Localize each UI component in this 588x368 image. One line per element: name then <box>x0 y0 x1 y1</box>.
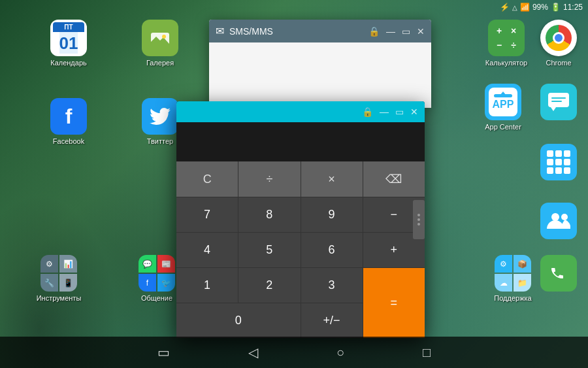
chrome-label: Chrome <box>546 59 571 67</box>
nav-back-btn[interactable]: ◁ <box>248 344 258 360</box>
social-app-icon[interactable]: 💬 📰 f 🐦 Общение <box>131 255 183 302</box>
nav-home-btn[interactable]: ○ <box>336 345 344 360</box>
appcenter-label: App Center <box>485 123 521 131</box>
calc-btn-5[interactable]: 5 <box>238 233 300 267</box>
calc-maximize-btn[interactable]: ▭ <box>395 107 404 117</box>
contacts-app-icon[interactable] <box>536 203 581 239</box>
calc-btn-8[interactable]: 8 <box>238 197 300 232</box>
calculator-window: 🔒 — ▭ ✕ C ÷ × ⌫ 7 8 9 − 4 5 6 + 1 2 3 = … <box>176 101 425 338</box>
sms-icon: ✉ <box>216 25 224 37</box>
sms-title: SMS/MMS <box>229 26 363 37</box>
svg-point-2 <box>162 35 166 39</box>
calc-btn-0[interactable]: 0 <box>176 303 301 338</box>
calc-minimize-btn[interactable]: — <box>380 107 389 117</box>
svg-point-8 <box>561 214 568 220</box>
sms-lock-btn[interactable]: 🔒 <box>368 26 380 37</box>
sms-body <box>209 42 431 108</box>
calc-btn-backspace[interactable]: ⌫ <box>363 161 425 197</box>
calc-btn-plusminus[interactable]: +/− <box>301 303 363 338</box>
sms-minimize-btn[interactable]: — <box>386 26 395 37</box>
facebook-label: Facebook <box>53 137 84 145</box>
twitter-label: Твиттер <box>147 137 173 145</box>
bluetooth-icon: ⚡ <box>500 3 510 12</box>
gallery-app-icon[interactable]: Галерея <box>137 20 183 67</box>
scroll-indicator <box>413 200 425 239</box>
calendar-label: Календарь <box>50 59 87 67</box>
svg-rect-6 <box>551 101 562 102</box>
facebook-app-icon[interactable]: f Facebook <box>46 98 91 145</box>
calc-display <box>176 122 425 161</box>
calculator-label: Калькулятор <box>485 59 527 67</box>
battery-icon: 🔋 <box>551 3 561 12</box>
signal-strength: 📶 <box>520 3 530 12</box>
chrome-app-icon[interactable]: Chrome <box>536 20 581 67</box>
svg-marker-4 <box>551 107 556 111</box>
calc-titlebar: 🔒 — ▭ ✕ <box>176 101 425 122</box>
tools-label: Инструменты <box>37 294 82 302</box>
calc-btn-4[interactable]: 4 <box>176 233 238 267</box>
svg-point-7 <box>551 213 559 221</box>
time: 11:25 <box>563 3 583 12</box>
calc-buttons: C ÷ × ⌫ 7 8 9 − 4 5 6 + 1 2 3 = 0 +/− <box>176 161 425 338</box>
support-label: Поддержка <box>494 294 531 302</box>
calculator-app-icon[interactable]: + × − ÷ Калькулятор <box>483 20 529 67</box>
apps-grid-icon[interactable] <box>536 144 581 180</box>
calc-close-btn[interactable]: ✕ <box>410 107 418 117</box>
calc-btn-3[interactable]: 3 <box>301 268 363 303</box>
nav-recents-btn[interactable]: ▭ <box>157 344 170 360</box>
calendar-weekday: ПТ <box>53 22 84 32</box>
calc-btn-9[interactable]: 9 <box>301 197 363 232</box>
calc-btn-equals[interactable]: = <box>363 268 425 338</box>
calc-btn-clear[interactable]: C <box>176 161 238 197</box>
sms-titlebar: ✉ SMS/MMS 🔒 — ▭ ✕ <box>209 20 431 42</box>
calc-btn-7[interactable]: 7 <box>176 197 238 232</box>
phone-app-icon[interactable] <box>536 255 581 292</box>
status-bar: ⚡ △ 📶 99% 🔋 11:25 <box>495 0 588 14</box>
tools-app-icon[interactable]: ⚙ 📊 🔧 📱 Инструменты <box>33 255 85 302</box>
sms-window: ✉ SMS/MMS 🔒 — ▭ ✕ <box>209 20 431 108</box>
support-app-icon[interactable]: ⚙ 📦 ☁ 📁 Поддержка <box>487 255 539 302</box>
sms-close-btn[interactable]: ✕ <box>417 26 425 37</box>
calc-btn-divide[interactable]: ÷ <box>238 161 300 197</box>
calendar-app-icon[interactable]: ПТ 01 Календарь <box>46 20 91 67</box>
gallery-label: Галерея <box>146 59 174 67</box>
svg-rect-5 <box>551 97 566 99</box>
calc-btn-6[interactable]: 6 <box>301 233 363 267</box>
calc-lock-btn[interactable]: 🔒 <box>362 107 373 117</box>
social-label: Общение <box>141 294 172 302</box>
calc-btn-1[interactable]: 1 <box>176 268 238 303</box>
sms-app-icon-right[interactable] <box>536 84 581 120</box>
warning-icon: △ <box>512 4 517 11</box>
calc-btn-multiply[interactable]: × <box>301 161 363 197</box>
calendar-day: 01 <box>59 35 78 52</box>
appcenter-app-icon[interactable]: APP App Center <box>477 84 529 131</box>
bottom-navbar: ▭ ◁ ○ □ <box>0 337 588 368</box>
calc-btn-2[interactable]: 2 <box>238 268 300 303</box>
svg-rect-3 <box>548 93 569 107</box>
battery-percent: 99% <box>532 3 548 12</box>
sms-maximize-btn[interactable]: ▭ <box>402 26 410 37</box>
nav-square-btn[interactable]: □ <box>423 345 431 360</box>
